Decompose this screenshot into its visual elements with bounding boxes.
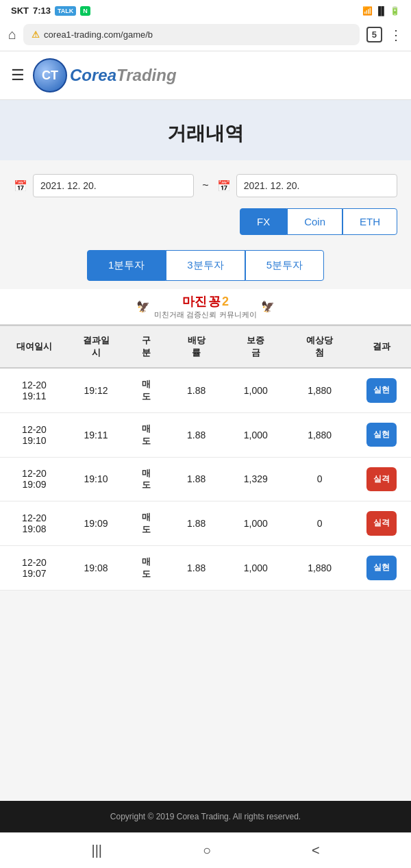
logo-corea: Corea: [70, 66, 116, 84]
result-button-3[interactable]: 실격: [366, 511, 397, 536]
banner-inner: 🦅 마진 꽁 2 미친거래 검증신뢰 커뮤니케이 🦅: [136, 293, 274, 320]
cell-rent-date: 12-2019:09: [0, 457, 68, 501]
eagle-icon: 🦅: [136, 300, 150, 313]
cell-expected: 0: [288, 501, 351, 546]
url-text: corea1-trading.com/game/b‌: [44, 29, 153, 40]
cell-result-date: 19:12: [68, 368, 123, 412]
cell-type: 매도: [123, 368, 169, 412]
logo-circle: CT: [33, 58, 67, 92]
type-tab-coin[interactable]: Coin: [287, 208, 342, 235]
cell-rate: 1.88: [169, 546, 224, 591]
cell-rent-date: 12-2019:10: [0, 412, 68, 457]
cell-rent-date: 12-2019:08: [0, 501, 68, 546]
menu-icon[interactable]: ☰: [11, 66, 25, 84]
logo-container: CT CoreaTrading: [33, 58, 177, 92]
date-range: 📅 2021. 12. 20. ~ 📅 2021. 12. 20.: [14, 174, 397, 197]
browser-bar: ⌂ ⚠ corea1-trading.com/game/b‌ 5 ⋮: [0, 18, 411, 51]
url-bar[interactable]: ⚠ corea1-trading.com/game/b‌: [23, 24, 360, 45]
invest-tabs: 1분투자 3분투자 5분투자: [0, 250, 411, 289]
talk-icon: TALK: [55, 6, 76, 16]
header-expected: 예상당첨: [288, 325, 351, 368]
type-tabs: FX Coin ETH: [14, 208, 397, 235]
calendar-icon-from: 📅: [14, 179, 27, 193]
tab-count[interactable]: 5: [366, 27, 382, 42]
header-result-date: 결과일시: [68, 325, 123, 368]
status-bar: SKT 7:13 TALK N 📶 ▐▌ 🔋: [0, 0, 411, 18]
banner-text-kkong: 꽁: [208, 293, 221, 310]
banner-text-number: 2: [222, 295, 229, 309]
more-options-icon[interactable]: ⋮: [389, 27, 403, 43]
result-button-0[interactable]: 실현: [366, 378, 397, 403]
signal-icon: ▐▌: [375, 6, 387, 16]
cell-expected: 1,880: [288, 412, 351, 457]
cell-type: 매도: [123, 546, 169, 591]
cell-expected: 0: [288, 457, 351, 501]
cell-result: 실격: [351, 501, 411, 546]
cell-result: 실현: [351, 368, 411, 412]
table-row: 12-2019:10 19:11 매도 1.88 1,000 1,880 실현: [0, 412, 411, 457]
home-button-android[interactable]: ○: [203, 843, 211, 858]
cell-type: 매도: [123, 457, 169, 501]
time-label: 7:13: [33, 5, 51, 16]
cell-result: 실격: [351, 457, 411, 501]
table-header: 대여일시 결과일시 구분 배당률 보증금 예상당첨 결과: [0, 325, 411, 368]
cell-type: 매도: [123, 412, 169, 457]
cell-rate: 1.88: [169, 501, 224, 546]
trade-table: 대여일시 결과일시 구분 배당률 보증금 예상당첨 결과 12-2019:11 …: [0, 325, 411, 591]
cell-deposit: 1,329: [224, 457, 288, 501]
copyright-text: Copyright © 2019 Corea Trading. All righ…: [110, 812, 301, 821]
recent-apps-button[interactable]: |||: [91, 843, 102, 858]
result-button-1[interactable]: 실현: [366, 423, 397, 447]
cell-result-date: 19:08: [68, 546, 123, 591]
page-title-section: 거래내역: [0, 100, 411, 160]
battery-icon: 🔋: [390, 6, 400, 16]
carrier-label: SKT: [11, 5, 29, 16]
banner-content: 마진 꽁 2 미친거래 검증신뢰 커뮤니케이: [154, 293, 256, 320]
logo-initials: CT: [42, 69, 58, 83]
cell-type: 매도: [123, 501, 169, 546]
status-left: SKT 7:13 TALK N: [11, 5, 90, 16]
type-tab-eth[interactable]: ETH: [342, 208, 397, 235]
type-tab-fx[interactable]: FX: [240, 208, 287, 235]
home-button[interactable]: ⌂: [8, 27, 16, 42]
cell-result: 실현: [351, 546, 411, 591]
cell-expected: 1,880: [288, 546, 351, 591]
invest-tab-1min[interactable]: 1분투자: [87, 250, 166, 281]
date-to-select[interactable]: 2021. 12. 20.: [236, 174, 397, 197]
cell-rate: 1.88: [169, 368, 224, 412]
site-header: ☰ CT CoreaTrading: [0, 51, 411, 100]
back-button[interactable]: <: [312, 843, 320, 858]
cell-rent-date: 12-2019:11: [0, 368, 68, 412]
status-right: 📶 ▐▌ 🔋: [362, 6, 400, 16]
eagle-icon-right: 🦅: [261, 300, 275, 313]
filter-section: 📅 2021. 12. 20. ~ 📅 2021. 12. 20. FX Coi…: [0, 160, 411, 250]
cell-rate: 1.88: [169, 412, 224, 457]
logo-trading: Trading: [116, 66, 177, 84]
banner-sub-text: 미친거래 검증신뢰 커뮤니케이: [154, 310, 256, 320]
date-from-select[interactable]: 2021. 12. 20.: [33, 174, 194, 197]
naver-icon: N: [80, 6, 90, 16]
header-deposit: 보증금: [224, 325, 288, 368]
table-row: 12-2019:07 19:08 매도 1.88 1,000 1,880 실현: [0, 546, 411, 591]
banner: 🦅 마진 꽁 2 미친거래 검증신뢰 커뮤니케이 🦅: [0, 289, 411, 325]
table-row: 12-2019:11 19:12 매도 1.88 1,000 1,880 실현: [0, 368, 411, 412]
cell-result-date: 19:09: [68, 501, 123, 546]
table-header-row: 대여일시 결과일시 구분 배당률 보증금 예상당첨 결과: [0, 325, 411, 368]
invest-tab-5min[interactable]: 5분투자: [245, 250, 324, 281]
page-title: 거래내역: [0, 121, 411, 147]
invest-tab-3min[interactable]: 3분투자: [166, 250, 245, 281]
cell-deposit: 1,000: [224, 412, 288, 457]
table-row: 12-2019:09 19:10 매도 1.88 1,329 0 실격: [0, 457, 411, 501]
cell-deposit: 1,000: [224, 501, 288, 546]
wifi-icon: 📶: [362, 6, 373, 16]
android-nav[interactable]: ||| ○ <: [0, 832, 411, 868]
security-warning-icon: ⚠: [32, 29, 40, 40]
table-row: 12-2019:08 19:09 매도 1.88 1,000 0 실격: [0, 501, 411, 546]
result-button-2[interactable]: 실격: [366, 467, 397, 492]
result-button-4[interactable]: 실현: [366, 556, 397, 580]
cell-result-date: 19:10: [68, 457, 123, 501]
cell-deposit: 1,000: [224, 368, 288, 412]
logo-text: CoreaTrading: [70, 66, 177, 85]
cell-expected: 1,880: [288, 368, 351, 412]
table-body: 12-2019:11 19:12 매도 1.88 1,000 1,880 실현 …: [0, 368, 411, 590]
